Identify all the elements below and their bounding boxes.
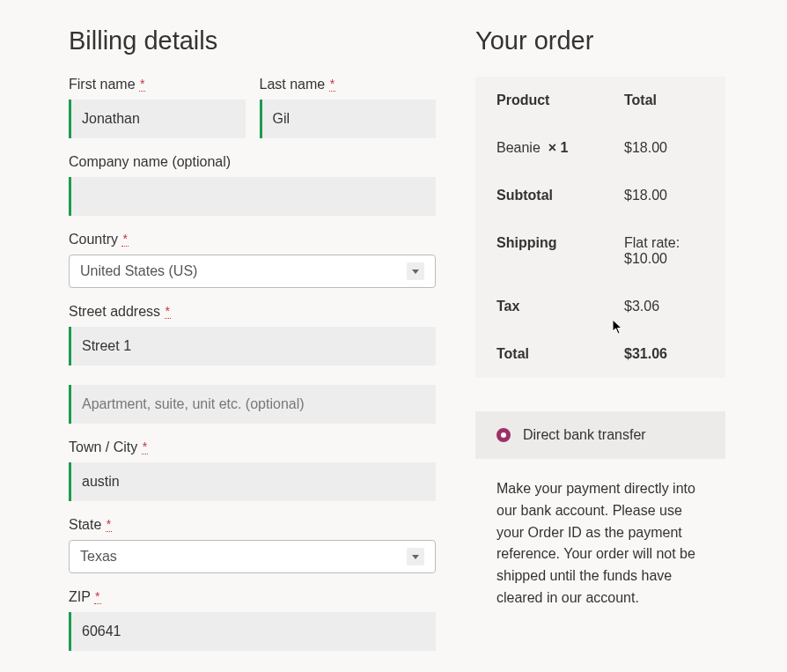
required-icon: *: [139, 77, 145, 92]
street-label: Street address *: [69, 304, 436, 320]
street2-input[interactable]: [69, 385, 436, 424]
payment-option-label: Direct bank transfer: [523, 427, 646, 443]
shipping-value: Flat rate: $10.00: [624, 235, 704, 267]
last-name-label: Last name *: [260, 77, 437, 92]
order-summary: Product Total Beanie × 1 $18.00 Subtotal…: [475, 77, 725, 378]
country-select[interactable]: United States (US): [69, 255, 436, 288]
order-heading: Your order: [475, 26, 725, 55]
required-icon: *: [329, 77, 335, 92]
table-row: Shipping Flat rate: $10.00: [475, 219, 725, 283]
subtotal-value: $18.00: [624, 188, 704, 203]
payment-option[interactable]: Direct bank transfer: [475, 411, 725, 459]
billing-heading: Billing details: [69, 26, 436, 55]
state-select[interactable]: Texas: [69, 540, 436, 573]
tax-label: Tax: [496, 299, 624, 314]
table-row: Beanie × 1 $18.00: [475, 124, 725, 172]
product-name: Beanie: [496, 140, 541, 155]
total-header: Total: [624, 92, 704, 108]
table-row: Tax $3.06: [475, 283, 725, 330]
last-name-input[interactable]: [260, 100, 437, 138]
table-row: Total $31.06: [475, 330, 725, 378]
tax-value: $3.06: [624, 299, 704, 314]
city-label: Town / City *: [69, 439, 436, 455]
required-icon: *: [106, 517, 112, 532]
product-qty: × 1: [548, 140, 569, 155]
subtotal-label: Subtotal: [496, 188, 624, 203]
chevron-down-icon: [407, 548, 424, 565]
city-input[interactable]: [69, 462, 436, 501]
required-icon: *: [94, 589, 100, 604]
payment-description: Make your payment directly into our bank…: [475, 478, 725, 609]
required-icon: *: [121, 232, 128, 247]
state-value: Texas: [80, 549, 407, 565]
street-input[interactable]: [69, 327, 436, 366]
shipping-label: Shipping: [496, 235, 624, 267]
required-icon: *: [142, 439, 148, 454]
company-label: Company name (optional): [69, 154, 436, 170]
product-total: $18.00: [624, 140, 704, 156]
table-row: Subtotal $18.00: [475, 172, 725, 219]
zip-label: ZIP *: [69, 589, 436, 605]
product-header: Product: [496, 92, 624, 108]
chevron-down-icon: [407, 262, 424, 280]
total-value: $31.06: [624, 346, 704, 362]
country-label: Country *: [69, 232, 436, 247]
total-label: Total: [496, 346, 624, 362]
zip-input[interactable]: [69, 612, 436, 651]
first-name-label: First name *: [69, 77, 246, 92]
state-label: State *: [69, 517, 436, 533]
company-input[interactable]: [69, 177, 436, 216]
first-name-input[interactable]: [69, 100, 246, 138]
radio-selected-icon: [496, 428, 511, 442]
country-value: United States (US): [80, 263, 407, 279]
required-icon: *: [165, 304, 171, 319]
